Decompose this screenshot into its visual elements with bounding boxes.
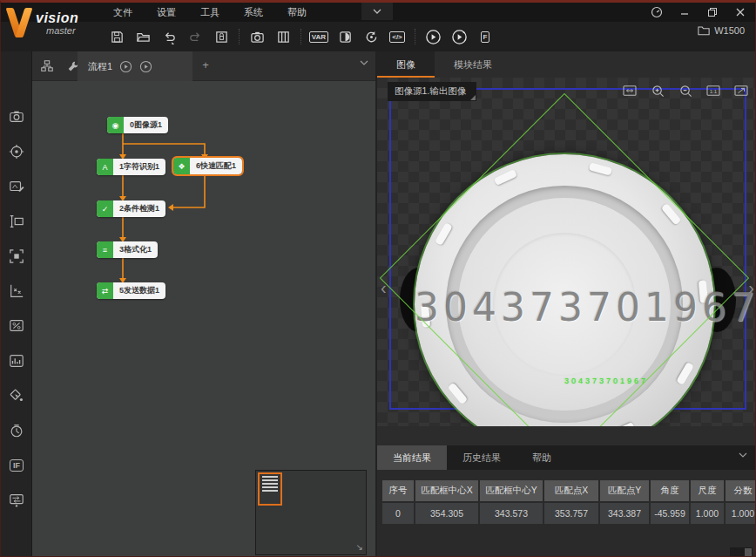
image-percent-icon[interactable]: [7, 316, 26, 336]
image-edit-icon[interactable]: [7, 177, 26, 196]
zoom-out-icon[interactable]: [676, 82, 695, 99]
flow-run-once-icon[interactable]: [119, 60, 132, 73]
script-icon[interactable]: </>: [384, 24, 410, 49]
node-fast-match[interactable]: ❖ 6快速匹配1: [173, 158, 242, 174]
undo-icon[interactable]: [156, 24, 182, 49]
tab-current-result[interactable]: 当前结果: [377, 445, 447, 470]
image-window-icon[interactable]: [332, 24, 358, 49]
fullscreen-icon[interactable]: [732, 82, 751, 99]
logo-v-icon: [8, 8, 34, 43]
result-table: 序号 匹配框中心X 匹配框中心Y 匹配点X 匹配点Y 角度 尺度 分数 0 35…: [382, 480, 756, 526]
menu-settings[interactable]: 设置: [145, 3, 188, 22]
node-condition-check[interactable]: ✓ 2条件检测1: [97, 200, 165, 217]
timer-icon[interactable]: [7, 421, 26, 440]
flow-header: 流程1 +: [32, 51, 375, 81]
node-image-source-icon: ◉: [107, 117, 124, 133]
main-toolbar: VAR </> F: [1, 22, 755, 51]
node-image-source[interactable]: ◉ 0图像源1: [107, 117, 168, 133]
restore-icon[interactable]: [701, 3, 724, 21]
tab-image[interactable]: 图像: [377, 51, 435, 78]
prev-image-icon[interactable]: ‹: [381, 278, 387, 298]
titlebar-dropdown-chevron-icon[interactable]: [361, 3, 393, 20]
workspace-indicator[interactable]: W1500: [698, 25, 745, 36]
flow-canvas[interactable]: ◉ 0图像源1 A 1字符识别1 ❖ 6快速匹配1 ✓ 2条件检测1 ≡ 3格式…: [32, 81, 375, 557]
open-icon[interactable]: [130, 24, 156, 49]
node-format-icon: ≡: [97, 241, 113, 258]
node-fast-match-icon: ❖: [173, 158, 190, 174]
save-project-icon[interactable]: [208, 24, 234, 49]
flow-run-loop-icon[interactable]: [139, 60, 152, 73]
menu-system[interactable]: 系统: [232, 3, 275, 22]
image-source-dropdown[interactable]: 图像源1.输出图像: [388, 82, 476, 101]
title-bar: 文件 设置 工具 系统 帮助: [1, 3, 755, 22]
focus-region-icon[interactable]: [7, 247, 26, 266]
minimize-icon[interactable]: [673, 3, 696, 21]
result-panel-chevron-icon[interactable]: [739, 452, 747, 458]
tab-help[interactable]: 帮助: [516, 445, 567, 470]
add-flow-button[interactable]: +: [198, 58, 213, 71]
target-location-icon[interactable]: [7, 142, 26, 161]
node-format[interactable]: ≡ 3格式化1: [97, 241, 158, 258]
scatter-chart-icon[interactable]: [7, 282, 26, 301]
redo-icon[interactable]: [182, 24, 208, 49]
save-icon[interactable]: [104, 24, 130, 49]
flow-panel: 流程1 +: [32, 51, 375, 557]
node-send-data-icon: ⇄: [97, 282, 113, 299]
menu-bar: 文件 设置 工具 系统 帮助: [101, 3, 319, 22]
tab-module-result[interactable]: 模块结果: [435, 51, 511, 78]
dashboard-icon[interactable]: [645, 3, 668, 21]
minimap-resize-handle[interactable]: ↘: [356, 542, 363, 552]
measure-icon[interactable]: [7, 212, 26, 231]
result-view-panel: 图像 模块结果 图像源1.输出图像 1:1: [375, 51, 756, 557]
logo-line2: master: [46, 25, 76, 36]
global-trigger-icon[interactable]: [358, 24, 384, 49]
run-once-icon[interactable]: [420, 24, 446, 49]
camera-source-icon[interactable]: [7, 107, 26, 126]
flow-tab-label: 流程1: [88, 60, 112, 73]
histogram-icon[interactable]: [7, 351, 26, 370]
flow-minimap[interactable]: ↘: [255, 470, 367, 555]
node-condition-check-icon: ✓: [97, 200, 113, 217]
layout-columns-icon[interactable]: [270, 24, 296, 49]
node-char-recognition-icon: A: [97, 159, 113, 175]
next-image-icon[interactable]: ›: [748, 278, 754, 298]
node-send-data[interactable]: ⇄ 5发送数据1: [97, 282, 165, 299]
app-logo: vision master: [6, 4, 100, 50]
visionmaster-window: 文件 设置 工具 系统 帮助 vision master: [0, 0, 756, 557]
viewer-toolbar: 1:1: [620, 82, 751, 99]
zoom-in-icon[interactable]: [648, 82, 667, 99]
tab-history-result[interactable]: 历史结果: [447, 445, 516, 470]
menu-tools[interactable]: 工具: [188, 3, 232, 22]
svg-text:1:1: 1:1: [710, 88, 718, 94]
camera-icon[interactable]: [244, 24, 270, 49]
result-tab-bar: 当前结果 历史结果 帮助: [377, 445, 756, 470]
tool-rail: IF: [1, 51, 32, 557]
table-scrollbar[interactable]: [730, 547, 753, 557]
window-controls: [645, 3, 752, 22]
flow-list-icon[interactable]: [37, 58, 57, 75]
workspace-label: W1500: [714, 25, 745, 36]
flow-header-chevron-icon[interactable]: [360, 60, 368, 65]
if-condition-icon[interactable]: IF: [7, 456, 26, 475]
table-row[interactable]: 0 354.305 343.573 353.757 343.387 -45.95…: [382, 503, 756, 524]
minimap-viewport[interactable]: [258, 472, 282, 506]
actual-size-icon[interactable]: 1:1: [704, 82, 723, 99]
data-exchange-icon[interactable]: [7, 491, 26, 510]
image-viewer[interactable]: 图像源1.输出图像 1:1: [377, 78, 756, 426]
format-f-icon[interactable]: F: [472, 24, 498, 49]
result-table-panel: 序号 匹配框中心X 匹配框中心Y 匹配点X 匹配点Y 角度 尺度 分数 0 35…: [377, 470, 756, 557]
fit-image-icon[interactable]: [620, 82, 639, 99]
image-tab-bar: 图像 模块结果: [377, 51, 756, 78]
dropdown-corner-icon: [470, 95, 476, 100]
workspace-folder-icon: [698, 25, 710, 36]
variables-icon[interactable]: VAR: [306, 24, 332, 49]
close-icon[interactable]: [729, 3, 752, 21]
node-char-recognition[interactable]: A 1字符识别1: [97, 159, 165, 175]
menu-file[interactable]: 文件: [101, 3, 145, 22]
flow-tab-1[interactable]: 流程1: [78, 51, 192, 81]
menu-help[interactable]: 帮助: [275, 3, 319, 22]
fill-tool-icon[interactable]: [7, 386, 26, 405]
run-continuous-icon[interactable]: [446, 24, 472, 49]
table-header-row: 序号 匹配框中心X 匹配框中心Y 匹配点X 匹配点Y 角度 尺度 分数: [382, 480, 756, 501]
logo-line1: vision: [36, 10, 78, 26]
